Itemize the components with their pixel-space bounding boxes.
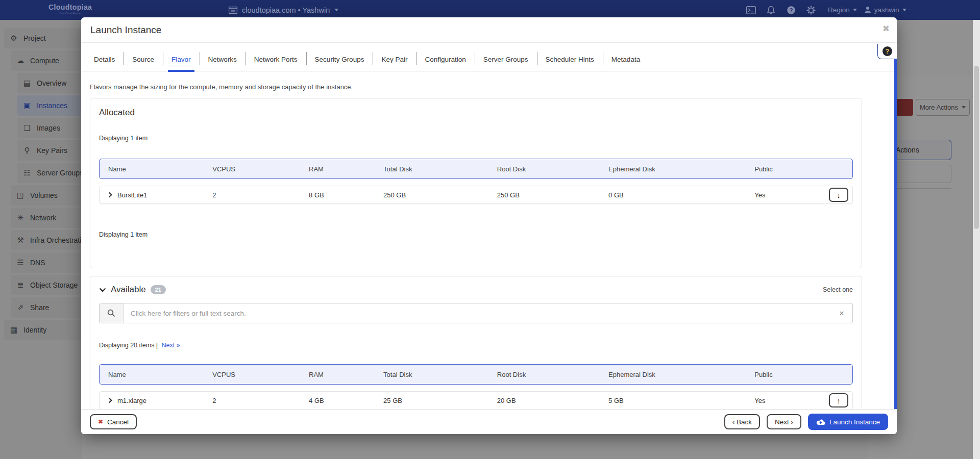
next-button[interactable]: Next › <box>767 414 801 429</box>
cancel-button[interactable]: ✖ Cancel <box>90 414 137 429</box>
collapse-chevron-icon[interactable] <box>99 288 106 292</box>
cancel-label: Cancel <box>107 418 129 426</box>
allocated-table-rows: BurstLite128 GB250 GB250 GB0 GBYes↓ <box>99 186 853 204</box>
cell-vcpus: 2 <box>212 397 309 404</box>
back-button[interactable]: ‹ Back <box>724 414 760 429</box>
brand-tagline: Your Cloud Partner <box>48 12 92 15</box>
column-header-ram: RAM <box>309 371 383 378</box>
flavor-name: m1.xlarge <box>117 397 146 404</box>
modal-header: Launch Instance ✖ <box>81 17 897 43</box>
tab-flavor[interactable]: Flavor <box>163 56 200 71</box>
wizard-tabs: DetailsSourceFlavorNetworksNetwork Ports… <box>81 43 897 71</box>
column-header-vcpus: VCPUS <box>212 165 309 173</box>
column-header-ephemeral-disk: Ephemeral Disk <box>608 371 754 378</box>
wizard-accent-strip <box>894 44 897 409</box>
svg-text:?: ? <box>789 7 793 13</box>
modal-title: Launch Instance <box>90 24 161 36</box>
tab-key-pair[interactable]: Key Pair <box>373 56 416 71</box>
help-icon: ? <box>883 46 892 56</box>
back-label: ‹ Back <box>732 418 752 426</box>
column-header-total-disk: Total Disk <box>383 371 497 378</box>
cell-total-disk: 250 GB <box>383 191 497 199</box>
cell-total-disk: 25 GB <box>383 397 497 404</box>
page-scrollbar[interactable] <box>973 20 980 459</box>
cell-public: Yes <box>754 397 818 404</box>
cloud-upload-icon <box>816 419 825 425</box>
scrollbar-thumb[interactable] <box>974 66 979 229</box>
column-header-vcpus: VCPUS <box>212 371 309 378</box>
column-header-name: Name <box>100 165 212 173</box>
tab-metadata[interactable]: Metadata <box>603 56 649 71</box>
username-label: yashwin <box>874 6 899 14</box>
tab-server-groups[interactable]: Server Groups <box>475 56 537 71</box>
flavor-name: BurstLite1 <box>117 191 148 199</box>
column-header-ephemeral-disk: Ephemeral Disk <box>608 165 754 173</box>
cell-ram: 4 GB <box>309 397 383 404</box>
available-table-header: NameVCPUSRAMTotal DiskRoot DiskEphemeral… <box>99 364 853 385</box>
modal-body: Flavors manage the sizing for the comput… <box>81 72 897 409</box>
available-title: Available <box>111 285 146 295</box>
allocated-table-header: NameVCPUSRAMTotal DiskRoot DiskEphemeral… <box>99 159 853 179</box>
cell-vcpus: 2 <box>212 191 309 199</box>
cell-ephemeral-disk: 0 GB <box>608 191 754 199</box>
tab-security-groups[interactable]: Security Groups <box>306 56 373 71</box>
cell-ram: 8 GB <box>309 191 383 199</box>
cell-ephemeral-disk: 5 GB <box>608 397 754 404</box>
screen: ⚙Project☁Compute▤Overview▣Instances❏Imag… <box>0 0 980 459</box>
expand-chevron-icon[interactable] <box>108 192 112 198</box>
flavor-row-burstlite1: BurstLite128 GB250 GB250 GB0 GBYes↓ <box>99 186 853 204</box>
launch-instance-button[interactable]: Launch Instance <box>808 414 888 430</box>
available-paging: Displaying 20 items | Next » <box>99 342 853 349</box>
cell-root-disk: 250 GB <box>497 191 608 199</box>
column-header-ram: RAM <box>309 165 383 173</box>
filter-search-bar: ✕ <box>99 303 853 323</box>
tab-source[interactable]: Source <box>124 56 163 71</box>
paging-text: Displaying 20 items | <box>99 342 158 349</box>
launch-instance-modal: Launch Instance ✖ DetailsSourceFlavorNet… <box>81 17 897 434</box>
brand-name: Cloudtopiaa <box>48 3 92 11</box>
select-one-hint: Select one <box>823 286 853 293</box>
modal-footer: ✖ Cancel ‹ Back Next › Launch Instance <box>81 409 897 434</box>
column-header-public: Public <box>754 165 818 173</box>
column-header-name: Name <box>100 371 212 378</box>
close-icon[interactable]: ✖ <box>883 23 890 34</box>
column-header-root-disk: Root Disk <box>497 371 608 378</box>
window-icon <box>229 7 237 14</box>
allocate-arrow-up-button[interactable]: ↑ <box>829 393 848 407</box>
chevron-down-icon <box>902 9 906 11</box>
project-selector-label: cloudtopiaa.com • Yashwin <box>242 6 330 14</box>
clear-filter-icon[interactable]: ✕ <box>831 303 852 323</box>
chevron-down-icon <box>853 9 857 11</box>
region-label: Region <box>828 6 850 14</box>
available-header: Available 21 Select one <box>99 285 853 295</box>
available-section: Available 21 Select one ✕ <box>90 276 862 409</box>
wizard-help-button[interactable]: ? <box>877 44 897 59</box>
flavor-description: Flavors manage the sizing for the comput… <box>90 83 897 91</box>
next-page-link[interactable]: Next » <box>162 342 180 349</box>
region-selector[interactable]: Region <box>828 6 857 14</box>
flavor-name-cell: m1.xlarge <box>100 397 212 404</box>
user-menu[interactable]: yashwin <box>864 6 906 14</box>
launch-label: Launch Instance <box>829 418 880 426</box>
search-icon[interactable] <box>100 303 124 323</box>
tab-network-ports[interactable]: Network Ports <box>246 56 306 71</box>
tab-scheduler-hints[interactable]: Scheduler Hints <box>537 56 603 71</box>
flavor-row-m1-xlarge: m1.xlarge24 GB25 GB20 GB5 GBYes↑ <box>99 391 853 409</box>
brand-logo[interactable]: Cloudtopiaa Your Cloud Partner <box>48 3 92 15</box>
cancel-x-icon: ✖ <box>98 418 103 425</box>
available-count-badge: 21 <box>151 285 166 294</box>
cell-root-disk: 20 GB <box>497 397 608 404</box>
deallocate-arrow-down-button[interactable]: ↓ <box>829 188 848 202</box>
allocated-title: Allocated <box>99 108 853 118</box>
chevron-down-icon <box>334 9 338 11</box>
cell-public: Yes <box>754 191 818 199</box>
allocated-count-top: Displaying 1 item <box>99 135 853 142</box>
tab-networks[interactable]: Networks <box>200 56 246 71</box>
next-label: Next › <box>775 418 793 426</box>
flavor-name-cell: BurstLite1 <box>100 191 212 199</box>
column-header-public: Public <box>754 371 818 378</box>
expand-chevron-icon[interactable] <box>108 397 112 403</box>
tab-configuration[interactable]: Configuration <box>416 56 474 71</box>
tab-details[interactable]: Details <box>85 56 124 71</box>
filter-search-input[interactable] <box>124 303 831 323</box>
